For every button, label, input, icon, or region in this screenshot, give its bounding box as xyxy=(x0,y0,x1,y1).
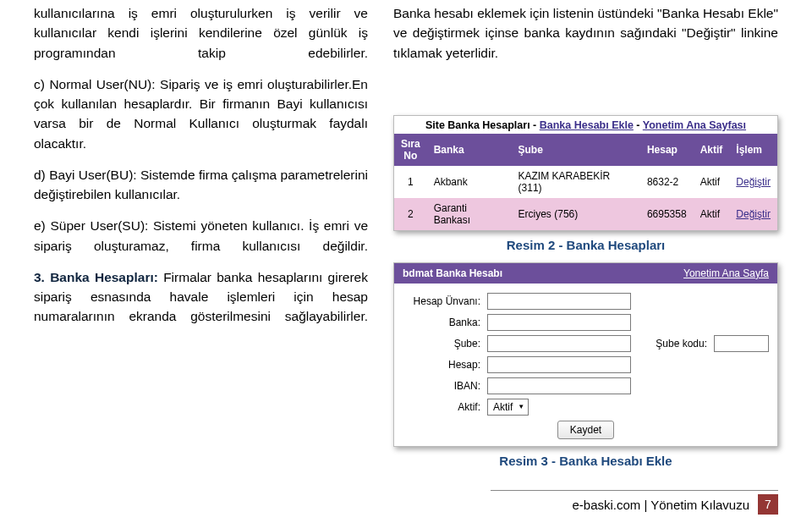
footer-text: e-baski.com | Yönetim Kılavuzu xyxy=(572,498,749,512)
input-iban[interactable] xyxy=(487,377,631,394)
input-hesap[interactable] xyxy=(487,356,631,373)
page-number: 7 xyxy=(758,494,778,515)
footer: e-baski.com | Yönetim Kılavuzu 7 xyxy=(572,494,778,515)
section-heading: 3. Banka Hesapları: xyxy=(34,270,158,284)
th-hesap: Hesap xyxy=(640,134,694,166)
cell-no: 2 xyxy=(394,198,427,230)
cell-sube: Erciyes (756) xyxy=(512,198,640,230)
shot2-title: bdmat Banka Hesabı xyxy=(403,267,502,279)
label-sube: Şube: xyxy=(403,338,480,350)
input-banka[interactable] xyxy=(487,314,631,331)
cell-aktif: Aktif xyxy=(694,166,730,198)
bank-form: Hesap Ünvanı: Banka: Şube: Şube kodu: He… xyxy=(394,284,777,446)
cell-aktif: Aktif xyxy=(694,198,730,230)
label-hesap: Hesap: xyxy=(403,359,480,371)
sep2: - xyxy=(634,119,643,131)
table-row: 2 Garanti Bankası Erciyes (756) 6695358 … xyxy=(394,198,777,230)
chevron-down-icon: ▼ xyxy=(518,403,524,410)
label-subekodu: Şube kodu: xyxy=(656,338,707,350)
th-no: Sıra No xyxy=(394,134,427,166)
sep1: - xyxy=(530,119,540,131)
shot1-title-prefix: Site Banka Hesapları xyxy=(425,119,530,131)
th-islem: İşlem xyxy=(729,134,777,166)
left-p3: d) Bayi User(BU): Sistemde firma çalışma… xyxy=(34,165,368,205)
left-p5: 3. Banka Hesapları: Firmalar banka hesap… xyxy=(34,267,368,327)
footer-line xyxy=(491,490,778,491)
select-aktif-value: Aktif xyxy=(493,401,513,413)
link-add-bank-account[interactable]: Banka Hesabı Ekle xyxy=(540,119,634,131)
select-aktif[interactable]: Aktif ▼ xyxy=(487,399,529,416)
link-admin-home[interactable]: Yonetim Ana Sayfası xyxy=(643,119,746,131)
link-edit-row[interactable]: Değiştir xyxy=(736,208,771,220)
cell-no: 1 xyxy=(394,166,427,198)
cell-banka: Akbank xyxy=(427,166,512,198)
caption-1: Resim 2 - Banka Hesapları xyxy=(393,238,778,252)
bank-accounts-table: Sıra No Banka Şube Hesap Aktif İşlem 1 A… xyxy=(394,134,777,230)
cell-hesap: 6695358 xyxy=(640,198,694,230)
input-subekodu[interactable] xyxy=(714,335,769,352)
right-intro: Banka hesabı eklemek için listenin üstün… xyxy=(393,3,778,63)
left-p4: e) Süper User(SU): Sistemi yöneten kulla… xyxy=(34,216,368,256)
th-banka: Banka xyxy=(427,134,512,166)
shot1-title: Site Banka Hesapları - Banka Hesabı Ekle… xyxy=(394,116,777,134)
caption-2: Resim 3 - Banka Hesabı Ekle xyxy=(393,454,778,468)
link-edit-row[interactable]: Değiştir xyxy=(736,176,771,188)
input-sube[interactable] xyxy=(487,335,631,352)
screenshot-bank-form: bdmat Banka Hesabı Yonetim Ana Sayfa Hes… xyxy=(393,262,778,447)
left-p2: c) Normal User(NU): Sipariş ve iş emri o… xyxy=(34,74,368,153)
shot2-header: bdmat Banka Hesabı Yonetim Ana Sayfa xyxy=(394,263,777,284)
left-p1: kullanıcılarına iş emri oluşturulurken i… xyxy=(34,3,368,63)
label-unvan: Hesap Ünvanı: xyxy=(403,295,480,307)
input-unvan[interactable] xyxy=(487,293,631,310)
cell-sube: KAZIM KARABEKİR (311) xyxy=(512,166,640,198)
cell-hesap: 8632-2 xyxy=(640,166,694,198)
label-banka: Banka: xyxy=(403,317,480,328)
table-row: 1 Akbank KAZIM KARABEKİR (311) 8632-2 Ak… xyxy=(394,166,777,198)
th-sube: Şube xyxy=(512,134,640,166)
link-admin-home-2[interactable]: Yonetim Ana Sayfa xyxy=(683,267,769,279)
save-button[interactable]: Kaydet xyxy=(557,421,614,439)
cell-banka: Garanti Bankası xyxy=(427,198,512,230)
th-aktif: Aktif xyxy=(694,134,730,166)
screenshot-bank-list: Site Banka Hesapları - Banka Hesabı Ekle… xyxy=(393,115,778,231)
label-iban: IBAN: xyxy=(403,380,480,392)
label-aktif: Aktif: xyxy=(403,401,480,413)
